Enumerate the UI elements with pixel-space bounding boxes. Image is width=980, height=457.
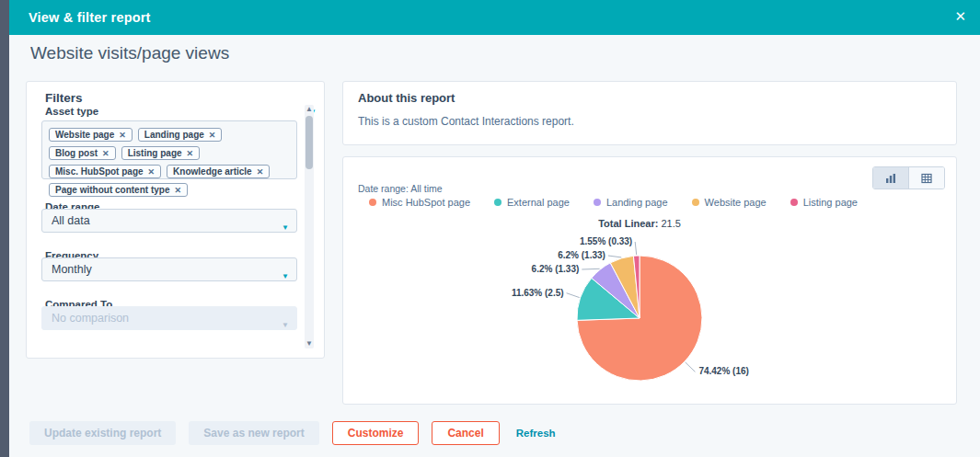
chip-remove-icon[interactable]: ✕ bbox=[102, 149, 110, 158]
asset-type-multiselect[interactable]: Website page✕Landing page✕Blog post✕List… bbox=[41, 120, 297, 179]
chart-total-label: Total Linear: 21.5 bbox=[598, 218, 681, 229]
table-view-button[interactable] bbox=[908, 167, 944, 189]
slice-value-label: 1.55% (0.33) bbox=[580, 236, 632, 246]
filter-chip-label: Misc. HubSpot page bbox=[55, 166, 144, 177]
filter-chip[interactable]: Blog post✕ bbox=[49, 146, 116, 160]
filter-chip[interactable]: Website page✕ bbox=[49, 128, 133, 142]
filter-chip[interactable]: Misc. HubSpot page✕ bbox=[49, 165, 161, 178]
update-existing-report-button: Update existing report bbox=[29, 421, 176, 445]
compared-to-select-disabled: No comparison ▼ bbox=[41, 306, 297, 330]
filters-panel: Filters Asset type Website page✕Landing … bbox=[26, 81, 325, 359]
compared-to-value: No comparison bbox=[52, 312, 129, 325]
label-leader-line bbox=[686, 362, 696, 372]
cancel-button[interactable]: Cancel bbox=[432, 421, 499, 445]
page-title: Website visits/page views bbox=[30, 43, 229, 63]
chip-remove-icon[interactable]: ✕ bbox=[148, 167, 156, 177]
legend-item[interactable]: Website page bbox=[692, 197, 767, 208]
modal-title: View & filter report bbox=[29, 10, 151, 25]
legend-item[interactable]: External page bbox=[494, 197, 570, 208]
label-leader-line bbox=[567, 293, 580, 298]
filter-chip-label: Knowledge article bbox=[173, 166, 252, 177]
chart-date-range-note: Date range: All time bbox=[358, 183, 443, 194]
save-as-new-report-button: Save as new report bbox=[189, 421, 318, 445]
about-report-panel: About this report This is a custom Conta… bbox=[342, 81, 957, 145]
chip-remove-icon[interactable]: ✕ bbox=[119, 131, 126, 140]
filter-chip-label: Listing page bbox=[128, 148, 182, 158]
pie-chart: 74.42% (16)11.63% (2.5)6.2% (1.33)6.2% (… bbox=[343, 211, 958, 406]
about-heading: About this report bbox=[358, 91, 455, 105]
legend-label: Misc HubSpot page bbox=[382, 197, 470, 208]
close-icon[interactable]: ✕ bbox=[954, 8, 966, 25]
chart-view-button[interactable] bbox=[873, 167, 908, 189]
asset-type-label: Asset type bbox=[45, 106, 98, 117]
footer-actions: Update existing report Save as new repor… bbox=[29, 421, 556, 445]
chip-remove-icon[interactable]: ✕ bbox=[187, 149, 194, 158]
legend-item[interactable]: Misc HubSpot page bbox=[369, 197, 470, 208]
label-leader-line bbox=[635, 242, 637, 255]
background-page-edge bbox=[0, 0, 9, 457]
slice-value-label: 6.2% (1.33) bbox=[532, 264, 580, 274]
slice-value-label: 6.2% (1.33) bbox=[558, 250, 605, 260]
slice-value-label: 11.63% (2.5) bbox=[512, 288, 564, 298]
legend-dot-icon bbox=[494, 199, 502, 206]
filters-scrollbar[interactable]: ▲ ▼ bbox=[305, 105, 314, 348]
chart-icon bbox=[885, 173, 896, 184]
frequency-value: Monthly bbox=[52, 263, 92, 276]
chip-remove-icon[interactable]: ✕ bbox=[174, 186, 181, 195]
filter-chip[interactable]: Listing page✕ bbox=[121, 146, 200, 160]
chip-remove-icon[interactable]: ✕ bbox=[257, 167, 264, 177]
chart-panel: Date range: All time Misc HubSpot pageEx… bbox=[342, 156, 957, 405]
filter-chip-label: Page without content type bbox=[55, 185, 169, 195]
legend-label: Website page bbox=[705, 197, 767, 208]
legend-label: External page bbox=[507, 197, 570, 208]
chart-legend: Misc HubSpot pageExternal pageLanding pa… bbox=[369, 197, 858, 208]
filter-chip[interactable]: Landing page✕ bbox=[138, 128, 223, 142]
legend-label: Landing page bbox=[606, 197, 668, 208]
legend-item[interactable]: Listing page bbox=[790, 197, 858, 208]
legend-item[interactable]: Landing page bbox=[594, 197, 668, 208]
scrollbar-thumb[interactable] bbox=[306, 116, 313, 169]
legend-dot-icon bbox=[369, 199, 376, 206]
filter-chip-label: Blog post bbox=[55, 148, 98, 158]
legend-dot-icon bbox=[790, 199, 798, 206]
date-range-value: All data bbox=[52, 214, 90, 227]
frequency-select[interactable]: Monthly ▼ bbox=[41, 257, 297, 281]
slice-value-label: 74.42% (16) bbox=[698, 366, 748, 376]
scroll-up-icon[interactable]: ▲ bbox=[305, 105, 314, 114]
filters-heading: Filters bbox=[45, 91, 83, 105]
label-leader-line bbox=[582, 268, 599, 269]
customize-button[interactable]: Customize bbox=[332, 421, 420, 445]
chevron-down-icon: ▼ bbox=[282, 217, 289, 239]
table-icon bbox=[921, 173, 932, 184]
chip-remove-icon[interactable]: ✕ bbox=[209, 131, 216, 140]
date-range-select[interactable]: All data ▼ bbox=[41, 209, 297, 233]
filter-chip-label: Website page bbox=[55, 130, 114, 140]
filter-chip-label: Landing page bbox=[144, 130, 204, 140]
asset-type-chips: Website page✕Landing page✕Blog post✕List… bbox=[46, 125, 272, 196]
filter-chip[interactable]: Page without content type✕ bbox=[49, 183, 188, 197]
chevron-down-icon: ▼ bbox=[282, 266, 289, 288]
legend-dot-icon bbox=[692, 199, 699, 206]
filter-chip[interactable]: Knowledge article✕ bbox=[167, 165, 270, 178]
refresh-link[interactable]: Refresh bbox=[516, 428, 556, 439]
view-toggle-group bbox=[872, 166, 945, 189]
about-description: This is a custom Contact Interactions re… bbox=[358, 115, 574, 128]
label-leader-line bbox=[608, 256, 621, 257]
legend-label: Listing page bbox=[803, 197, 858, 208]
modal-header: View & filter report ✕ bbox=[9, 0, 980, 35]
scroll-down-icon[interactable]: ▼ bbox=[305, 339, 314, 348]
chevron-down-icon: ▼ bbox=[282, 314, 289, 337]
legend-dot-icon bbox=[594, 199, 601, 206]
